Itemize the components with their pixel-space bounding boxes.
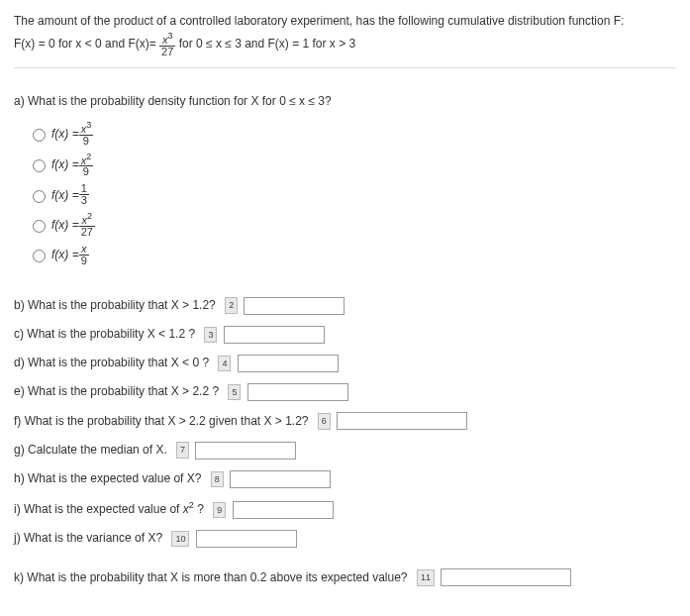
blank-number-k: 11 — [417, 569, 435, 585]
blank-number-i: 9 — [213, 502, 226, 518]
blank-number-d: 4 — [218, 356, 231, 371]
question-d: d) What is the probability that X < 0 ? … — [14, 354, 676, 372]
answer-input-j[interactable] — [196, 530, 297, 548]
answer-input-b[interactable] — [244, 297, 345, 315]
answer-input-i[interactable] — [233, 501, 334, 519]
blank-number-j: 10 — [171, 531, 189, 547]
intro-line1: The amount of the product of a controlle… — [14, 12, 676, 30]
blank-number-h: 8 — [211, 471, 224, 487]
blank-number-g: 7 — [176, 442, 189, 458]
question-a-prompt: a) What is the probability density funct… — [14, 92, 676, 111]
answer-input-c[interactable] — [224, 326, 325, 344]
answer-input-h[interactable] — [230, 470, 331, 488]
fraction-x3-27: x3 27 — [159, 32, 175, 57]
question-e: e) What is the probability that X > 2.2 … — [14, 382, 676, 401]
option-5[interactable]: f(x) = x9 — [28, 244, 676, 266]
blank-number-c: 3 — [204, 327, 217, 343]
option-4[interactable]: f(x) = x227 — [28, 212, 676, 238]
intro-line2: F(x) = 0 for x < 0 and F(x)= x3 27 for 0… — [14, 32, 676, 57]
blank-number-e: 5 — [228, 384, 241, 400]
radio-option-1[interactable] — [33, 129, 46, 142]
question-a-options: f(x) = x39 f(x) = x29 f(x) = 13 f(x) = x… — [28, 121, 676, 266]
blank-number-b: 2 — [225, 297, 238, 313]
answer-input-g[interactable] — [195, 442, 296, 460]
option-3[interactable]: f(x) = 13 — [28, 183, 676, 206]
option-1[interactable]: f(x) = x39 — [28, 121, 676, 147]
problem-intro: The amount of the product of a controlle… — [14, 12, 676, 68]
option-2[interactable]: f(x) = x29 — [28, 153, 676, 178]
question-g: g) Calculate the median of X. 7 — [14, 441, 676, 460]
question-h: h) What is the expected value of X? 8 — [14, 469, 676, 488]
radio-option-5[interactable] — [33, 250, 46, 262]
answer-input-k[interactable] — [441, 568, 571, 586]
radio-option-4[interactable] — [33, 220, 46, 233]
question-j: j) What is the variance of X? 10 — [14, 529, 676, 548]
question-c: c) What is the probability X < 1.2 ? 3 — [14, 325, 676, 344]
question-i: i) What is the expected value of x2 ? 9 — [14, 498, 676, 519]
question-b: b) What is the probability that X > 1.2?… — [14, 296, 676, 315]
answer-input-d[interactable] — [238, 355, 339, 372]
answer-input-f[interactable] — [337, 412, 467, 430]
radio-option-3[interactable] — [33, 190, 46, 203]
radio-option-2[interactable] — [33, 159, 46, 172]
blank-number-f: 6 — [318, 413, 331, 429]
answer-input-e[interactable] — [247, 383, 348, 401]
question-k: k) What is the probability that X is mor… — [14, 568, 676, 587]
question-f: f) What is the probability that X > 2.2 … — [14, 412, 676, 431]
